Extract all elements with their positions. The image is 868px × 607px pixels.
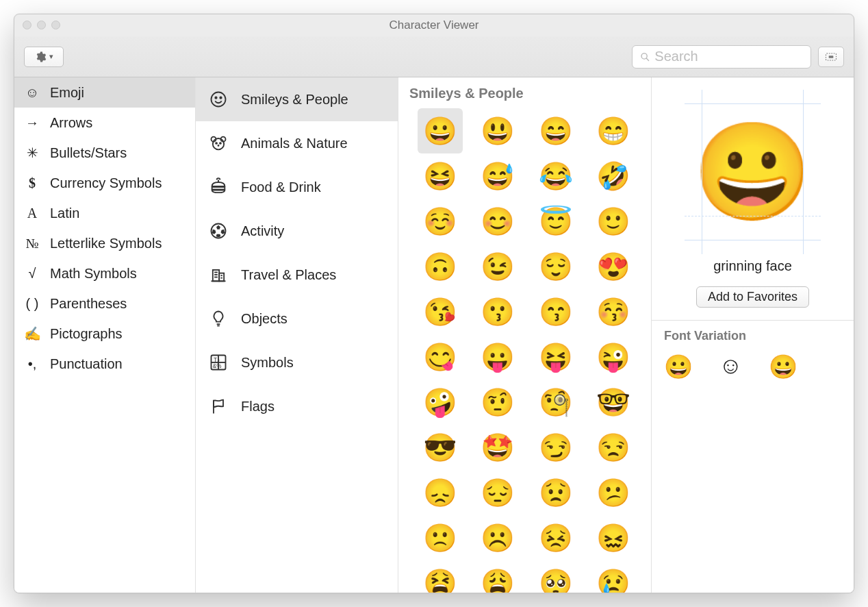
- category-label: Letterlike Symbols: [50, 236, 162, 251]
- emoji-cell[interactable]: 😀: [418, 108, 463, 153]
- svg-point-10: [216, 143, 217, 144]
- emoji-cell[interactable]: 😜: [591, 334, 636, 380]
- character-preview: 😀: [664, 90, 841, 254]
- category-item[interactable]: №Letterlike Symbols: [14, 228, 195, 258]
- emoji-cell[interactable]: 😟: [533, 470, 578, 515]
- emoji-cell[interactable]: 😃: [475, 108, 520, 153]
- emoji-cell[interactable]: 🥺: [533, 560, 578, 593]
- emoji-cell[interactable]: 😚: [591, 289, 636, 334]
- category-item[interactable]: ( )Parentheses: [14, 288, 195, 319]
- subcategory-list: Smileys & PeopleAnimals & NatureFood & D…: [196, 77, 398, 593]
- subcategory-item[interactable]: Smileys & People: [196, 77, 398, 121]
- emoji-cell[interactable]: 🙂: [591, 199, 636, 244]
- font-variation-glyph[interactable]: 😀: [769, 353, 797, 380]
- category-icon: ☺: [24, 85, 40, 101]
- subcategory-item[interactable]: Animals & Nature: [196, 121, 398, 165]
- subcategory-item[interactable]: Objects: [196, 297, 398, 340]
- building-icon: [208, 265, 229, 284]
- category-item[interactable]: √Math Symbols: [14, 258, 195, 288]
- category-item[interactable]: ☺Emoji: [14, 77, 195, 108]
- emoji-cell[interactable]: 😅: [475, 153, 520, 199]
- category-item[interactable]: ✳Bullets/Stars: [14, 138, 195, 168]
- emoji-grid: 😀😃😄😁😆😅😂🤣☺️😊😇🙂🙃😉😌😍😘😗😙😚😋😛😝😜🤪🤨🧐🤓😎🤩😏😒😞😔😟😕🙁☹️…: [405, 108, 648, 593]
- emoji-cell[interactable]: 😣: [533, 515, 578, 560]
- emoji-cell[interactable]: 😗: [475, 289, 520, 334]
- add-to-favorites-button[interactable]: Add to Favorites: [696, 286, 809, 308]
- subcategory-item[interactable]: Activity: [196, 209, 398, 253]
- emoji-cell[interactable]: 😁: [591, 108, 636, 153]
- category-icon: №: [24, 236, 40, 251]
- symbols-icon: T♪&%: [208, 353, 229, 372]
- emoji-cell[interactable]: 😋: [418, 334, 463, 380]
- svg-point-11: [220, 143, 221, 144]
- emoji-cell[interactable]: 😖: [591, 515, 636, 560]
- subcategory-item[interactable]: Food & Drink: [196, 165, 398, 209]
- emoji-cell[interactable]: ☹️: [475, 515, 520, 560]
- emoji-cell[interactable]: 😒: [591, 425, 636, 470]
- smiley-icon: [208, 90, 229, 109]
- category-item[interactable]: •,Punctuation: [14, 349, 195, 379]
- emoji-cell[interactable]: 😩: [475, 560, 520, 593]
- emoji-cell[interactable]: 😙: [533, 289, 578, 334]
- category-label: Latin: [50, 206, 79, 221]
- emoji-cell[interactable]: 🤩: [475, 425, 520, 470]
- emoji-cell[interactable]: 😝: [533, 334, 578, 380]
- category-label: Pictographs: [50, 326, 123, 342]
- font-variation-list: 😀☺😀: [664, 353, 841, 380]
- grid-scroll[interactable]: 😀😃😄😁😆😅😂🤣☺️😊😇🙂🙃😉😌😍😘😗😙😚😋😛😝😜🤪🤨🧐🤓😎🤩😏😒😞😔😟😕🙁☹️…: [398, 108, 651, 593]
- category-icon: ✳: [24, 145, 40, 161]
- search-input[interactable]: [654, 49, 804, 64]
- emoji-cell[interactable]: 😉: [475, 244, 520, 289]
- emoji-cell[interactable]: 😂: [533, 153, 578, 199]
- character-grid-pane: Smileys & People 😀😃😄😁😆😅😂🤣☺️😊😇🙂🙃😉😌😍😘😗😙😚😋😛…: [398, 77, 652, 593]
- settings-menu-button[interactable]: ▾: [24, 47, 64, 67]
- emoji-cell[interactable]: 😌: [533, 244, 578, 289]
- emoji-cell[interactable]: 🤓: [591, 380, 636, 425]
- subcategory-item[interactable]: T♪&%Symbols: [196, 340, 398, 384]
- character-viewer-window: Character Viewer ▾ ☺Emoji→Arrows✳Bullets…: [14, 14, 854, 593]
- emoji-cell[interactable]: 😫: [418, 560, 463, 593]
- svg-rect-3: [829, 55, 834, 58]
- emoji-cell[interactable]: 😛: [475, 334, 520, 380]
- emoji-cell[interactable]: 😊: [475, 199, 520, 244]
- emoji-cell[interactable]: 🤨: [475, 380, 520, 425]
- category-item[interactable]: ✍Pictographs: [14, 319, 195, 349]
- subcategory-item[interactable]: Flags: [196, 384, 398, 428]
- emoji-cell[interactable]: 😍: [591, 244, 636, 289]
- emoji-cell[interactable]: 😄: [533, 108, 578, 153]
- emoji-cell[interactable]: 😔: [475, 470, 520, 515]
- compact-view-button[interactable]: [818, 47, 844, 67]
- search-icon: [639, 51, 650, 63]
- emoji-cell[interactable]: 😢: [591, 560, 636, 593]
- burger-icon: [208, 177, 229, 197]
- category-item[interactable]: ALatin: [14, 198, 195, 228]
- font-variation-section: Font Variation 😀☺😀: [652, 320, 854, 388]
- category-icon: ( ): [24, 296, 40, 312]
- emoji-cell[interactable]: 😕: [591, 470, 636, 515]
- emoji-cell[interactable]: 😇: [533, 199, 578, 244]
- emoji-cell[interactable]: ☺️: [418, 199, 463, 244]
- emoji-cell[interactable]: 😆: [418, 153, 463, 199]
- gear-icon: [34, 51, 47, 63]
- subcategory-label: Smileys & People: [241, 92, 348, 108]
- emoji-cell[interactable]: 😘: [418, 289, 463, 334]
- bear-icon: [208, 134, 229, 153]
- search-field[interactable]: [632, 45, 811, 69]
- category-item[interactable]: $Currency Symbols: [14, 168, 195, 198]
- emoji-cell[interactable]: 🤪: [418, 380, 463, 425]
- category-item[interactable]: →Arrows: [14, 108, 195, 138]
- emoji-cell[interactable]: 😞: [418, 470, 463, 515]
- emoji-cell[interactable]: 😎: [418, 425, 463, 470]
- subcategory-item[interactable]: Travel & Places: [196, 253, 398, 297]
- subcategory-label: Flags: [241, 399, 275, 414]
- category-label: Emoji: [50, 85, 84, 101]
- font-variation-glyph[interactable]: 😀: [664, 353, 693, 380]
- emoji-cell[interactable]: 🙁: [418, 515, 463, 560]
- emoji-cell[interactable]: 😏: [533, 425, 578, 470]
- soccer-icon: [208, 221, 229, 240]
- svg-point-6: [220, 97, 221, 99]
- emoji-cell[interactable]: 🤣: [591, 153, 636, 199]
- emoji-cell[interactable]: 🙃: [418, 244, 463, 289]
- font-variation-glyph[interactable]: ☺: [719, 353, 743, 380]
- emoji-cell[interactable]: 🧐: [533, 380, 578, 425]
